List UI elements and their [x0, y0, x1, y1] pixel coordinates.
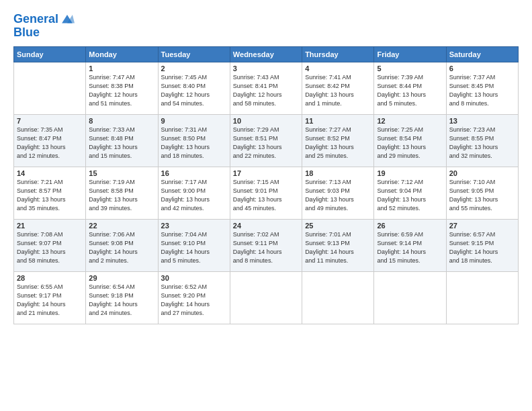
day-info: Sunrise: 7:45 AM Sunset: 8:40 PM Dayligh…	[161, 73, 227, 108]
day-cell	[302, 272, 374, 324]
day-cell: 13Sunrise: 7:23 AM Sunset: 8:55 PM Dayli…	[446, 115, 518, 167]
day-cell: 11Sunrise: 7:27 AM Sunset: 8:52 PM Dayli…	[302, 115, 374, 167]
day-cell: 1Sunrise: 7:47 AM Sunset: 8:38 PM Daylig…	[86, 62, 158, 115]
day-cell: 6Sunrise: 7:37 AM Sunset: 8:45 PM Daylig…	[446, 62, 518, 115]
day-info: Sunrise: 7:06 AM Sunset: 9:08 PM Dayligh…	[89, 230, 154, 265]
day-cell: 16Sunrise: 7:17 AM Sunset: 9:00 PM Dayli…	[158, 167, 230, 220]
day-cell: 22Sunrise: 7:06 AM Sunset: 9:08 PM Dayli…	[86, 220, 158, 272]
day-info: Sunrise: 6:57 AM Sunset: 9:15 PM Dayligh…	[449, 230, 515, 265]
day-cell: 10Sunrise: 7:29 AM Sunset: 8:51 PM Dayli…	[230, 115, 302, 167]
logo-text: General	[13, 13, 58, 26]
day-number: 17	[233, 169, 299, 177]
day-number: 14	[17, 169, 83, 177]
day-number: 4	[305, 64, 371, 73]
day-number: 15	[89, 169, 154, 177]
day-cell: 24Sunrise: 7:02 AM Sunset: 9:11 PM Dayli…	[230, 220, 302, 272]
day-number: 19	[377, 169, 443, 177]
day-cell: 20Sunrise: 7:10 AM Sunset: 9:05 PM Dayli…	[446, 167, 518, 220]
day-info: Sunrise: 7:35 AM Sunset: 8:47 PM Dayligh…	[17, 126, 83, 161]
day-cell: 2Sunrise: 7:45 AM Sunset: 8:40 PM Daylig…	[158, 62, 230, 115]
day-info: Sunrise: 7:31 AM Sunset: 8:50 PM Dayligh…	[161, 126, 227, 161]
day-cell: 8Sunrise: 7:33 AM Sunset: 8:48 PM Daylig…	[86, 115, 158, 167]
col-header-sunday: Sunday	[14, 47, 86, 62]
day-cell: 26Sunrise: 6:59 AM Sunset: 9:14 PM Dayli…	[374, 220, 446, 272]
day-number: 27	[449, 222, 515, 230]
header: General Blue	[13, 12, 519, 40]
day-number: 25	[305, 222, 371, 230]
day-info: Sunrise: 6:52 AM Sunset: 9:20 PM Dayligh…	[161, 283, 227, 318]
day-number: 22	[89, 222, 154, 230]
day-number: 2	[161, 64, 227, 73]
day-info: Sunrise: 6:55 AM Sunset: 9:17 PM Dayligh…	[17, 283, 83, 318]
calendar-table: SundayMondayTuesdayWednesdayThursdayFrid…	[13, 46, 519, 324]
day-number: 8	[89, 117, 154, 125]
day-number: 11	[305, 117, 371, 125]
col-header-friday: Friday	[374, 47, 446, 62]
day-cell: 25Sunrise: 7:01 AM Sunset: 9:13 PM Dayli…	[302, 220, 374, 272]
day-info: Sunrise: 7:25 AM Sunset: 8:54 PM Dayligh…	[377, 126, 443, 161]
day-cell: 29Sunrise: 6:54 AM Sunset: 9:18 PM Dayli…	[86, 272, 158, 324]
day-number: 24	[233, 222, 299, 230]
day-cell: 9Sunrise: 7:31 AM Sunset: 8:50 PM Daylig…	[158, 115, 230, 167]
day-cell: 18Sunrise: 7:13 AM Sunset: 9:03 PM Dayli…	[302, 167, 374, 220]
day-info: Sunrise: 7:04 AM Sunset: 9:10 PM Dayligh…	[161, 230, 227, 265]
day-number: 10	[233, 117, 299, 125]
week-row-0: 1Sunrise: 7:47 AM Sunset: 8:38 PM Daylig…	[14, 62, 519, 115]
day-number: 13	[449, 117, 515, 125]
week-row-3: 21Sunrise: 7:08 AM Sunset: 9:07 PM Dayli…	[14, 220, 519, 272]
day-number: 29	[89, 274, 154, 282]
day-info: Sunrise: 7:15 AM Sunset: 9:01 PM Dayligh…	[233, 178, 299, 213]
day-cell: 21Sunrise: 7:08 AM Sunset: 9:07 PM Dayli…	[14, 220, 86, 272]
day-info: Sunrise: 7:08 AM Sunset: 9:07 PM Dayligh…	[17, 230, 83, 265]
day-cell: 12Sunrise: 7:25 AM Sunset: 8:54 PM Dayli…	[374, 115, 446, 167]
day-info: Sunrise: 7:02 AM Sunset: 9:11 PM Dayligh…	[233, 230, 299, 265]
day-cell	[446, 272, 518, 324]
day-number: 16	[161, 169, 227, 177]
day-cell: 3Sunrise: 7:43 AM Sunset: 8:41 PM Daylig…	[230, 62, 302, 115]
day-number: 3	[233, 64, 299, 73]
col-header-monday: Monday	[86, 47, 158, 62]
day-info: Sunrise: 6:59 AM Sunset: 9:14 PM Dayligh…	[377, 230, 443, 265]
logo: General Blue	[13, 12, 75, 40]
day-cell	[14, 62, 86, 115]
day-info: Sunrise: 6:54 AM Sunset: 9:18 PM Dayligh…	[89, 283, 154, 318]
week-row-4: 28Sunrise: 6:55 AM Sunset: 9:17 PM Dayli…	[14, 272, 519, 324]
day-info: Sunrise: 7:13 AM Sunset: 9:03 PM Dayligh…	[305, 178, 371, 213]
day-cell: 4Sunrise: 7:41 AM Sunset: 8:42 PM Daylig…	[302, 62, 374, 115]
day-cell: 27Sunrise: 6:57 AM Sunset: 9:15 PM Dayli…	[446, 220, 518, 272]
day-cell	[230, 272, 302, 324]
day-info: Sunrise: 7:33 AM Sunset: 8:48 PM Dayligh…	[89, 126, 154, 161]
day-number: 21	[17, 222, 83, 230]
day-info: Sunrise: 7:29 AM Sunset: 8:51 PM Dayligh…	[233, 126, 299, 161]
day-number: 30	[161, 274, 227, 282]
day-info: Sunrise: 7:39 AM Sunset: 8:44 PM Dayligh…	[377, 73, 443, 108]
day-cell: 28Sunrise: 6:55 AM Sunset: 9:17 PM Dayli…	[14, 272, 86, 324]
day-cell: 17Sunrise: 7:15 AM Sunset: 9:01 PM Dayli…	[230, 167, 302, 220]
day-info: Sunrise: 7:17 AM Sunset: 9:00 PM Dayligh…	[161, 178, 227, 213]
day-number: 18	[305, 169, 371, 177]
day-info: Sunrise: 7:43 AM Sunset: 8:41 PM Dayligh…	[233, 73, 299, 108]
day-number: 28	[17, 274, 83, 282]
day-cell: 23Sunrise: 7:04 AM Sunset: 9:10 PM Dayli…	[158, 220, 230, 272]
day-info: Sunrise: 7:27 AM Sunset: 8:52 PM Dayligh…	[305, 126, 371, 161]
day-number: 1	[89, 64, 154, 73]
day-number: 9	[161, 117, 227, 125]
day-number: 12	[377, 117, 443, 125]
day-info: Sunrise: 7:01 AM Sunset: 9:13 PM Dayligh…	[305, 230, 371, 265]
col-header-wednesday: Wednesday	[230, 47, 302, 62]
day-info: Sunrise: 7:37 AM Sunset: 8:45 PM Dayligh…	[449, 73, 515, 108]
day-number: 20	[449, 169, 515, 177]
logo-icon	[60, 12, 75, 27]
col-header-thursday: Thursday	[302, 47, 374, 62]
day-cell: 7Sunrise: 7:35 AM Sunset: 8:47 PM Daylig…	[14, 115, 86, 167]
page: General Blue SundayMondayTuesdayWednesda…	[0, 0, 532, 411]
day-info: Sunrise: 7:41 AM Sunset: 8:42 PM Dayligh…	[305, 73, 371, 108]
day-info: Sunrise: 7:21 AM Sunset: 8:57 PM Dayligh…	[17, 178, 83, 213]
col-header-tuesday: Tuesday	[158, 47, 230, 62]
day-cell: 19Sunrise: 7:12 AM Sunset: 9:04 PM Dayli…	[374, 167, 446, 220]
day-number: 7	[17, 117, 83, 125]
day-number: 26	[377, 222, 443, 230]
logo-blue: Blue	[13, 26, 75, 40]
week-row-1: 7Sunrise: 7:35 AM Sunset: 8:47 PM Daylig…	[14, 115, 519, 167]
day-info: Sunrise: 7:23 AM Sunset: 8:55 PM Dayligh…	[449, 126, 515, 161]
